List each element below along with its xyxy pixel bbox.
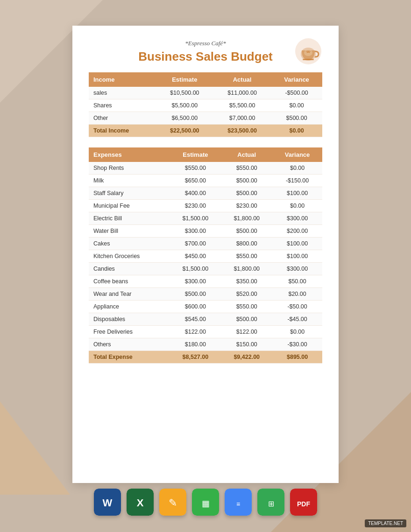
svg-text:W: W [103,497,113,509]
document-container: *Espresso Café* Business Sales Budget In… [72,26,339,483]
app-icon-pdf[interactable]: PDF [290,489,317,516]
svg-text:PDF: PDF [297,500,310,508]
svg-text:▦: ▦ [202,499,210,508]
table-row: Shares$5,500.00$5,500.00$0.00 [89,99,322,112]
table-row: Kitchen Groceries$450.00$550.00$100.00 [89,250,322,263]
table-row: Free Deliveries$122.00$122.00$0.00 [89,326,322,338]
template-badge: TEMPLATE.NET [365,519,406,527]
table-row: Shop Rents$550.00$550.00$0.00 [89,162,322,175]
app-icon-gdocs[interactable]: ≡ [225,489,252,516]
table-row: Candies$1,500.00$1,800.00$300.00 [89,263,322,275]
table-row: Others$180.00$150.00-$30.00 [89,338,322,351]
cafe-name: *Espresso Café* [89,40,322,47]
svg-text:⊞: ⊞ [268,500,274,508]
table-row: Disposables$545.00$500.00-$45.00 [89,313,322,326]
table-row: Electric Bill$1,500.00$1,800.00$300.00 [89,212,322,225]
table-row: sales$10,500.00$11,000.00-$500.00 [89,87,322,99]
table-row: Cakes$700.00$800.00$100.00 [89,238,322,250]
table-row: Wear and Tear$500.00$520.00$20.00 [89,288,322,301]
income-header-row: Income Estimate Actual Variance [89,72,322,87]
table-row: Other$6,500.00$7,000.00$500.00 [89,112,322,125]
expense-variance-header: Variance [272,147,322,162]
expense-header-row: Expenses Estimate Actual Variance [89,147,322,162]
table-row: Water Bill$300.00$500.00$200.00 [89,225,322,238]
svg-text:✎: ✎ [169,497,177,509]
income-total-row: Total Income$22,500.00$23,500.00$0.00 [89,125,322,137]
app-toolbar: W X ✎ ▦ ≡ ⊞ PDF [0,489,411,516]
table-row: Coffee beans$300.00$350.00$50.00 [89,275,322,288]
app-icon-excel[interactable]: X [127,489,154,516]
bg-decoration-bl [0,401,70,495]
income-estimate-header: Estimate [156,72,213,87]
expense-table: Expenses Estimate Actual Variance Shop R… [89,147,322,364]
income-variance-header: Variance [271,72,322,87]
app-icon-numbers[interactable]: ▦ [192,489,219,516]
income-actual-header: Actual [213,72,271,87]
app-icon-gsheets[interactable]: ⊞ [257,489,284,516]
table-row: Staff Salary$400.00$500.00$100.00 [89,187,322,200]
svg-text:X: X [137,497,144,509]
table-row: Milk$650.00$500.00-$150.00 [89,175,322,187]
expense-estimate-header: Estimate [170,147,221,162]
document-title: Business Sales Budget [89,49,322,64]
svg-rect-2 [303,59,314,60]
app-icon-pages[interactable]: ✎ [159,489,186,516]
table-row: Municipal Fee$230.00$230.00$0.00 [89,200,322,212]
income-col-header: Income [89,72,156,87]
document-header: *Espresso Café* Business Sales Budget [89,40,322,64]
expense-total-row: Total Expense$8,527.00$9,422.00$895.00 [89,351,322,364]
table-row: Appliance$600.00$550.00-$50.00 [89,301,322,313]
income-table: Income Estimate Actual Variance sales$10… [89,72,322,137]
coffee-cup-icon [294,37,322,65]
app-icon-word[interactable]: W [94,489,121,516]
expense-col-header: Expenses [89,147,170,162]
expense-actual-header: Actual [221,147,272,162]
svg-text:≡: ≡ [236,500,240,508]
